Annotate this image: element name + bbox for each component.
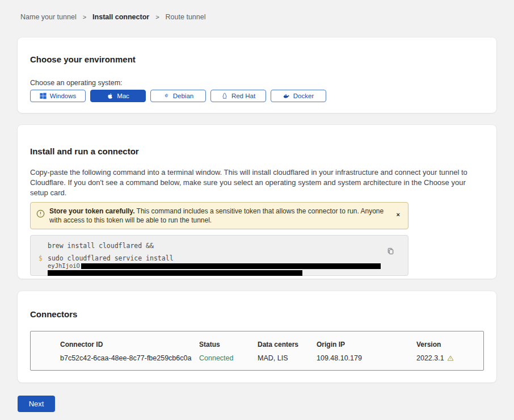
copy-icon [387, 247, 394, 255]
cell-connector-id: b7c52c42-6caa-48ee-8c77-fbe259cb6c0a [60, 354, 199, 362]
cell-version: 2022.3.1 [416, 354, 483, 362]
tux-penguin-icon [221, 93, 228, 99]
os-button-mac[interactable]: Mac [90, 90, 146, 102]
col-header-origin-ip: Origin IP [317, 341, 416, 348]
os-button-label: Debian [173, 93, 193, 99]
table-row: b7c52c42-6caa-48ee-8c77-fbe259cb6c0a Con… [60, 354, 483, 362]
install-command-codeblock: brew install cloudflared && $ sudo cloud… [30, 235, 408, 276]
breadcrumb-step-route-tunnel[interactable]: Route tunnel [166, 13, 206, 21]
breadcrumb-separator: > [155, 14, 159, 20]
code-line-sudo: sudo cloudflared service install [48, 254, 399, 262]
install-description: Copy-paste the following command into a … [30, 167, 484, 198]
os-select-label: Choose an operating system: [30, 79, 484, 87]
os-button-label: Docker [293, 93, 314, 99]
breadcrumb-separator: > [83, 14, 86, 20]
card-title-install: Install and run a connector [30, 125, 484, 157]
col-header-version: Version [416, 341, 483, 348]
choose-environment-card: Choose your environment Choose an operat… [18, 37, 496, 113]
os-button-docker[interactable]: Docker [271, 90, 326, 102]
token-warning-text: Store your token carefully. This command… [49, 207, 390, 225]
breadcrumb-step-install-connector[interactable]: Install connector [92, 13, 149, 21]
col-header-status: Status [199, 341, 258, 348]
cell-status: Connected [199, 354, 258, 362]
breadcrumb: Name your tunnel > Install connector > R… [20, 13, 205, 21]
docker-whale-icon [283, 93, 290, 99]
col-header-connector-id: Connector ID [60, 341, 199, 348]
token-prefix: eyJhIjoiO [48, 263, 80, 269]
redacted-token-bar [48, 270, 302, 276]
code-line-brew: brew install cloudflared && [39, 242, 399, 250]
windows-icon [40, 93, 47, 99]
banner-close-icon[interactable]: × [394, 211, 402, 218]
connectors-table: Connector ID Status Data centers Origin … [30, 331, 484, 371]
copy-command-button[interactable] [387, 247, 394, 257]
next-button[interactable]: Next [18, 396, 55, 412]
cell-data-centers: MAD, LIS [258, 354, 317, 362]
os-button-label: Mac [117, 93, 129, 99]
col-header-data-centers: Data centers [258, 341, 317, 348]
install-connector-card: Install and run a connector Copy-paste t… [18, 125, 496, 279]
warning-triangle-icon [447, 355, 454, 362]
token-warning-title: Store your token carefully. [49, 207, 135, 215]
os-button-label: Windows [50, 93, 77, 99]
card-title-connectors: Connectors [30, 291, 484, 320]
os-button-group: Windows Mac Debian Red Hat [30, 90, 484, 102]
breadcrumb-step-name-tunnel[interactable]: Name your tunnel [20, 13, 77, 21]
apple-icon [107, 93, 113, 99]
redacted-token-bar [81, 263, 381, 269]
os-button-label: Red Hat [231, 93, 255, 99]
shell-prompt: $ [39, 254, 48, 276]
os-button-debian[interactable]: Debian [150, 90, 206, 102]
table-header-row: Connector ID Status Data centers Origin … [60, 341, 483, 348]
os-button-redhat[interactable]: Red Hat [210, 90, 266, 102]
version-text: 2022.3.1 [416, 354, 444, 362]
card-title-environment: Choose your environment [30, 37, 484, 65]
os-button-windows[interactable]: Windows [30, 90, 86, 102]
alert-circle-icon [36, 209, 45, 218]
debian-icon [163, 93, 170, 99]
connectors-card: Connectors Connector ID Status Data cent… [18, 291, 496, 383]
cell-origin-ip: 109.48.10.179 [317, 354, 416, 362]
token-warning-banner: Store your token carefully. This command… [30, 202, 408, 229]
